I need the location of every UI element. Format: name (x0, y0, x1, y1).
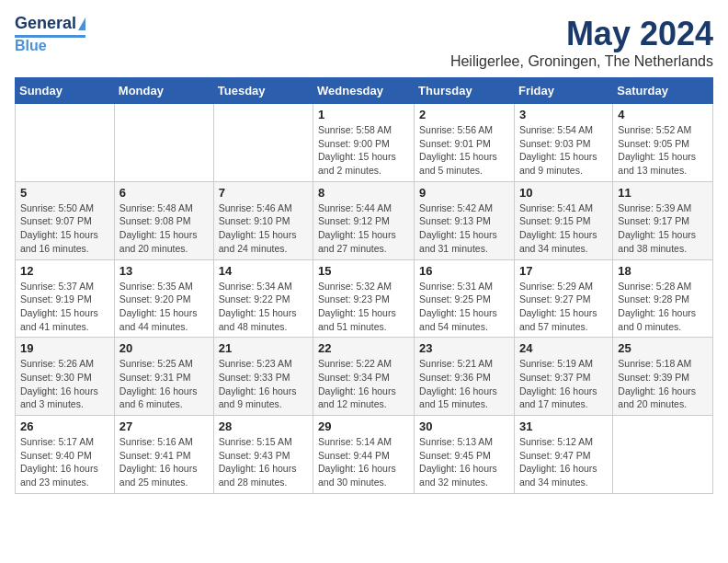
logo-text-general: General (15, 15, 76, 33)
calendar-table: SundayMondayTuesdayWednesdayThursdayFrid… (15, 77, 713, 494)
calendar-cell: 14Sunrise: 5:34 AM Sunset: 9:22 PM Dayli… (213, 259, 313, 338)
day-info: Sunrise: 5:16 AM Sunset: 9:41 PM Dayligh… (119, 435, 209, 489)
day-info: Sunrise: 5:28 AM Sunset: 9:28 PM Dayligh… (618, 280, 708, 334)
day-info: Sunrise: 5:41 AM Sunset: 9:15 PM Dayligh… (519, 201, 608, 256)
day-info: Sunrise: 5:15 AM Sunset: 9:43 PM Dayligh… (219, 435, 308, 489)
day-number: 22 (318, 341, 409, 355)
calendar-cell: 21Sunrise: 5:23 AM Sunset: 9:33 PM Dayli… (213, 338, 313, 416)
day-info: Sunrise: 5:34 AM Sunset: 9:22 PM Dayligh… (219, 280, 308, 334)
calendar-cell: 18Sunrise: 5:28 AM Sunset: 9:28 PM Dayli… (613, 259, 713, 338)
day-number: 14 (219, 264, 308, 278)
day-info: Sunrise: 5:44 AM Sunset: 9:12 PM Dayligh… (318, 201, 409, 256)
calendar-cell: 20Sunrise: 5:25 AM Sunset: 9:31 PM Dayli… (114, 338, 213, 416)
calendar-cell: 29Sunrise: 5:14 AM Sunset: 9:44 PM Dayli… (313, 416, 415, 494)
calendar-cell: 11Sunrise: 5:39 AM Sunset: 9:17 PM Dayli… (613, 181, 713, 259)
day-number: 21 (219, 341, 308, 355)
day-number: 29 (318, 419, 409, 433)
calendar-cell: 27Sunrise: 5:16 AM Sunset: 9:41 PM Dayli… (114, 416, 213, 494)
header-sunday: Sunday (16, 78, 115, 104)
day-info: Sunrise: 5:23 AM Sunset: 9:33 PM Dayligh… (219, 357, 308, 411)
day-number: 10 (519, 186, 608, 200)
day-info: Sunrise: 5:42 AM Sunset: 9:13 PM Dayligh… (419, 201, 509, 256)
day-info: Sunrise: 5:56 AM Sunset: 9:01 PM Dayligh… (419, 123, 509, 178)
day-info: Sunrise: 5:31 AM Sunset: 9:25 PM Dayligh… (419, 280, 509, 334)
day-info: Sunrise: 5:22 AM Sunset: 9:34 PM Dayligh… (318, 357, 409, 411)
day-number: 31 (519, 419, 608, 433)
calendar-cell: 2Sunrise: 5:56 AM Sunset: 9:01 PM Daylig… (415, 104, 515, 182)
calendar-cell: 5Sunrise: 5:50 AM Sunset: 9:07 PM Daylig… (16, 181, 115, 259)
month-title: May 2024 (450, 15, 713, 53)
location-title: Heiligerlee, Groningen, The Netherlands (450, 53, 713, 70)
calendar-cell: 30Sunrise: 5:13 AM Sunset: 9:45 PM Dayli… (415, 416, 515, 494)
day-number: 19 (20, 341, 109, 355)
calendar-cell: 3Sunrise: 5:54 AM Sunset: 9:03 PM Daylig… (514, 104, 612, 182)
day-info: Sunrise: 5:13 AM Sunset: 9:45 PM Dayligh… (419, 435, 509, 489)
day-info: Sunrise: 5:25 AM Sunset: 9:31 PM Dayligh… (119, 357, 209, 411)
day-number: 2 (419, 108, 509, 121)
day-info: Sunrise: 5:18 AM Sunset: 9:39 PM Dayligh… (618, 357, 708, 411)
calendar-cell: 26Sunrise: 5:17 AM Sunset: 9:40 PM Dayli… (16, 416, 115, 494)
day-info: Sunrise: 5:12 AM Sunset: 9:47 PM Dayligh… (519, 435, 608, 489)
day-info: Sunrise: 5:37 AM Sunset: 9:19 PM Dayligh… (20, 280, 109, 334)
calendar-cell: 22Sunrise: 5:22 AM Sunset: 9:34 PM Dayli… (313, 338, 415, 416)
title-area: May 2024 Heiligerlee, Groningen, The Net… (450, 15, 713, 70)
day-number: 3 (519, 108, 608, 121)
day-number: 5 (20, 186, 109, 200)
day-number: 27 (119, 419, 209, 433)
calendar-cell (114, 104, 213, 182)
day-number: 6 (119, 186, 209, 200)
calendar-week-3: 12Sunrise: 5:37 AM Sunset: 9:19 PM Dayli… (16, 259, 713, 338)
page-header: General Blue May 2024 Heiligerlee, Groni… (15, 15, 713, 70)
calendar-cell (16, 104, 115, 182)
logo-icon (78, 17, 85, 30)
day-number: 25 (618, 341, 708, 355)
day-number: 18 (618, 264, 708, 278)
calendar-cell: 10Sunrise: 5:41 AM Sunset: 9:15 PM Dayli… (514, 181, 612, 259)
day-number: 30 (419, 419, 509, 433)
calendar-cell: 31Sunrise: 5:12 AM Sunset: 9:47 PM Dayli… (514, 416, 612, 494)
day-info: Sunrise: 5:19 AM Sunset: 9:37 PM Dayligh… (519, 357, 608, 411)
header-thursday: Thursday (415, 78, 515, 104)
calendar-cell: 12Sunrise: 5:37 AM Sunset: 9:19 PM Dayli… (16, 259, 115, 338)
day-info: Sunrise: 5:14 AM Sunset: 9:44 PM Dayligh… (318, 435, 409, 489)
calendar-cell: 17Sunrise: 5:29 AM Sunset: 9:27 PM Dayli… (514, 259, 612, 338)
calendar-cell: 15Sunrise: 5:32 AM Sunset: 9:23 PM Dayli… (313, 259, 415, 338)
day-number: 23 (419, 341, 509, 355)
calendar-week-5: 26Sunrise: 5:17 AM Sunset: 9:40 PM Dayli… (16, 416, 713, 494)
day-number: 28 (219, 419, 308, 433)
day-info: Sunrise: 5:26 AM Sunset: 9:30 PM Dayligh… (20, 357, 109, 411)
day-number: 8 (318, 186, 409, 200)
header-monday: Monday (114, 78, 213, 104)
day-number: 15 (318, 264, 409, 278)
header-row: SundayMondayTuesdayWednesdayThursdayFrid… (16, 78, 713, 104)
calendar-cell: 24Sunrise: 5:19 AM Sunset: 9:37 PM Dayli… (514, 338, 612, 416)
calendar-week-2: 5Sunrise: 5:50 AM Sunset: 9:07 PM Daylig… (16, 181, 713, 259)
calendar-cell: 1Sunrise: 5:58 AM Sunset: 9:00 PM Daylig… (313, 104, 415, 182)
day-number: 17 (519, 264, 608, 278)
day-info: Sunrise: 5:21 AM Sunset: 9:36 PM Dayligh… (419, 357, 509, 411)
day-number: 26 (20, 419, 109, 433)
day-info: Sunrise: 5:54 AM Sunset: 9:03 PM Dayligh… (519, 123, 608, 178)
day-number: 12 (20, 264, 109, 278)
calendar-cell: 28Sunrise: 5:15 AM Sunset: 9:43 PM Dayli… (213, 416, 313, 494)
header-friday: Friday (514, 78, 612, 104)
header-tuesday: Tuesday (213, 78, 313, 104)
day-info: Sunrise: 5:46 AM Sunset: 9:10 PM Dayligh… (219, 201, 308, 256)
logo-text-blue: Blue (15, 38, 47, 54)
day-info: Sunrise: 5:58 AM Sunset: 9:00 PM Dayligh… (318, 123, 409, 178)
calendar-week-1: 1Sunrise: 5:58 AM Sunset: 9:00 PM Daylig… (16, 104, 713, 182)
day-info: Sunrise: 5:52 AM Sunset: 9:05 PM Dayligh… (618, 123, 708, 178)
day-number: 1 (318, 108, 409, 121)
day-info: Sunrise: 5:29 AM Sunset: 9:27 PM Dayligh… (519, 280, 608, 334)
calendar-cell: 6Sunrise: 5:48 AM Sunset: 9:08 PM Daylig… (114, 181, 213, 259)
day-number: 7 (219, 186, 308, 200)
calendar-cell: 25Sunrise: 5:18 AM Sunset: 9:39 PM Dayli… (613, 338, 713, 416)
day-info: Sunrise: 5:32 AM Sunset: 9:23 PM Dayligh… (318, 280, 409, 334)
day-number: 4 (618, 108, 708, 121)
day-info: Sunrise: 5:39 AM Sunset: 9:17 PM Dayligh… (618, 201, 708, 256)
day-number: 16 (419, 264, 509, 278)
day-number: 24 (519, 341, 608, 355)
day-number: 9 (419, 186, 509, 200)
calendar-cell (213, 104, 313, 182)
calendar-cell: 19Sunrise: 5:26 AM Sunset: 9:30 PM Dayli… (16, 338, 115, 416)
